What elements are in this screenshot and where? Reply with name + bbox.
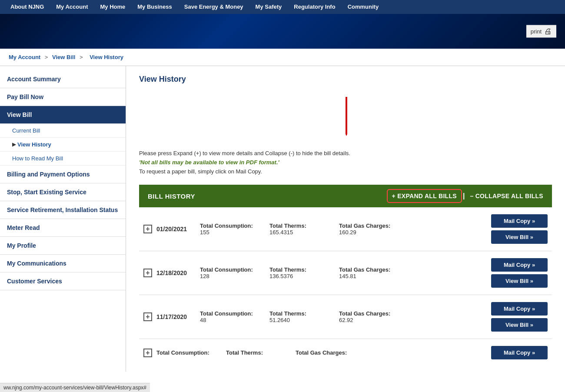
bill-data-3: Total Consumption: Total Therms: Total G… xyxy=(156,349,487,356)
bill-history-separator: | xyxy=(463,192,465,200)
sidebar-item-customer-services[interactable]: Customer Services xyxy=(0,272,126,290)
sidebar-item-pay-bill-now[interactable]: Pay Bill Now xyxy=(0,88,126,106)
expand-icon-1[interactable]: + xyxy=(143,269,152,277)
bill-data-0: Total Consumption: 155 Total Therms: 165… xyxy=(200,223,487,236)
expand-icon-2[interactable]: + xyxy=(143,312,152,321)
mail-copy-button-3[interactable]: Mail Copy » xyxy=(491,346,548,359)
consumption-label-2: Total Consumption: xyxy=(200,310,256,317)
nav-about-njng[interactable]: About NJNG xyxy=(4,0,50,14)
instructions: Please press Expand (+) to view more det… xyxy=(139,149,552,176)
sidebar-sub-how-to-read[interactable]: How to Read My Bill xyxy=(0,152,126,166)
sidebar-item-service-retirement[interactable]: Service Retirement, Installation Status xyxy=(0,201,126,219)
view-bill-button-2[interactable]: View Bill » xyxy=(491,318,548,332)
therms-value-0: 165.4315 xyxy=(269,229,326,236)
expand-icon-0[interactable]: + xyxy=(143,225,152,233)
sidebar-sub-view-history-label: View History xyxy=(17,141,51,148)
top-navigation: About NJNG My Account My Home My Busines… xyxy=(0,0,565,14)
bill-field-charges-0: Total Gas Charges: 160.29 xyxy=(339,223,396,236)
bill-history-title: BILL HISTORY xyxy=(139,193,387,200)
main-layout: Account Summary Pay Bill Now View Bill C… xyxy=(0,66,565,372)
charges-value-2: 62.92 xyxy=(339,317,396,323)
bill-field-consumption-1: Total Consumption: 128 xyxy=(200,266,256,279)
mail-copy-button-2[interactable]: Mail Copy » xyxy=(491,302,548,316)
nav-my-business[interactable]: My Business xyxy=(131,0,178,14)
instructions-line2: 'Not all bills may be available to view … xyxy=(139,158,552,167)
bill-actions-2: Mail Copy » View Bill » xyxy=(491,302,548,332)
therms-value-2: 51.2640 xyxy=(269,317,326,323)
consumption-label-0: Total Consumption: xyxy=(200,223,256,229)
banner: print 🖨 xyxy=(0,14,565,49)
bill-field-therms-2: Total Therms: 51.2640 xyxy=(269,310,326,323)
sidebar: Account Summary Pay Bill Now View Bill C… xyxy=(0,66,126,372)
bill-field-consumption-2: Total Consumption: 48 xyxy=(200,310,256,323)
expand-all-button[interactable]: + EXPAND ALL BILLS xyxy=(387,189,462,203)
red-arrow-line xyxy=(346,97,347,136)
breadcrumb-sep1: > xyxy=(45,54,48,60)
therms-label-3: Total Therms: xyxy=(226,349,282,356)
nav-regulatory-info[interactable]: Regulatory Info xyxy=(288,0,341,14)
sidebar-sub-current-bill[interactable]: Current Bill xyxy=(0,124,126,138)
breadcrumb-viewbill[interactable]: View Bill xyxy=(52,54,75,60)
charges-value-1: 145.81 xyxy=(339,273,396,279)
bill-field-charges-3: Total Gas Charges: xyxy=(296,349,352,356)
nav-my-account[interactable]: My Account xyxy=(50,0,94,14)
bill-actions-0: Mail Copy » View Bill » xyxy=(491,214,548,244)
sidebar-sub-view-history[interactable]: ▶ View History xyxy=(0,138,126,152)
instructions-line3: To request a paper bill, simply click on… xyxy=(139,167,552,176)
therms-value-1: 136.5376 xyxy=(269,273,326,279)
print-button[interactable]: print 🖨 xyxy=(526,25,556,38)
bill-row: + 12/18/2020 Total Consumption: 128 Tota… xyxy=(139,251,552,295)
sidebar-item-stop-start[interactable]: Stop, Start Existing Service xyxy=(0,183,126,201)
bill-data-1: Total Consumption: 128 Total Therms: 136… xyxy=(200,266,487,279)
charges-value-0: 160.29 xyxy=(339,229,396,236)
charges-label-0: Total Gas Charges: xyxy=(339,223,396,229)
sidebar-item-my-communications[interactable]: My Communications xyxy=(0,255,126,272)
bill-actions-3: Mail Copy » xyxy=(491,346,548,359)
arrow-icon: ▶ xyxy=(12,142,16,147)
sidebar-item-view-bill[interactable]: View Bill xyxy=(0,106,126,124)
breadcrumb-current: View History xyxy=(90,54,123,60)
bill-date-2: 11/17/2020 xyxy=(156,313,196,320)
bill-field-charges-1: Total Gas Charges: 145.81 xyxy=(339,266,396,279)
nav-save-energy[interactable]: Save Energy & Money xyxy=(178,0,249,14)
consumption-value-1: 128 xyxy=(200,273,256,279)
bill-row: + 01/20/2021 Total Consumption: 155 Tota… xyxy=(139,207,552,251)
bill-row: + 11/17/2020 Total Consumption: 48 Total… xyxy=(139,295,552,339)
bill-field-therms-3: Total Therms: xyxy=(226,349,282,356)
sidebar-item-account-summary[interactable]: Account Summary xyxy=(0,70,126,88)
mail-copy-button-1[interactable]: Mail Copy » xyxy=(491,258,548,272)
nav-my-home[interactable]: My Home xyxy=(94,0,131,14)
therms-label-2: Total Therms: xyxy=(269,310,326,317)
bill-actions-1: Mail Copy » View Bill » xyxy=(491,258,548,288)
bill-history-header: BILL HISTORY + EXPAND ALL BILLS | – COLL… xyxy=(139,185,552,207)
sidebar-item-my-profile[interactable]: My Profile xyxy=(0,237,126,255)
print-label: print xyxy=(531,28,542,35)
consumption-value-2: 48 xyxy=(200,317,256,323)
bill-field-consumption-0: Total Consumption: 155 xyxy=(200,223,256,236)
nav-my-safety[interactable]: My Safety xyxy=(249,0,288,14)
nav-community[interactable]: Community xyxy=(342,0,385,14)
expand-icon-3[interactable]: + xyxy=(143,349,152,357)
view-bill-button-1[interactable]: View Bill » xyxy=(491,274,548,288)
bill-date-1: 12/18/2020 xyxy=(156,269,196,276)
consumption-value-0: 155 xyxy=(200,229,256,236)
mail-copy-button-0[interactable]: Mail Copy » xyxy=(491,214,548,228)
charges-label-1: Total Gas Charges: xyxy=(339,266,396,273)
bill-history-actions: + EXPAND ALL BILLS | – COLLAPSE ALL BILL… xyxy=(387,189,552,203)
sidebar-item-billing-payment[interactable]: Billing and Payment Options xyxy=(0,166,126,183)
breadcrumb-sep2: > xyxy=(80,54,83,60)
bill-data-2: Total Consumption: 48 Total Therms: 51.2… xyxy=(200,310,487,323)
breadcrumb-account[interactable]: My Account xyxy=(9,54,40,60)
sidebar-item-meter-read[interactable]: Meter Read xyxy=(0,219,126,237)
svg-marker-1 xyxy=(346,128,347,136)
bill-field-consumption-3: Total Consumption: xyxy=(156,349,213,356)
bill-row-partial: + Total Consumption: Total Therms: Total… xyxy=(139,339,552,363)
view-bill-button-0[interactable]: View Bill » xyxy=(491,230,548,244)
bill-field-therms-1: Total Therms: 136.5376 xyxy=(269,266,326,279)
charges-label-2: Total Gas Charges: xyxy=(339,310,396,317)
bill-date-0: 01/20/2021 xyxy=(156,226,196,233)
print-icon: 🖨 xyxy=(544,27,552,36)
bill-field-charges-2: Total Gas Charges: 62.92 xyxy=(339,310,396,323)
consumption-label-1: Total Consumption: xyxy=(200,266,256,273)
collapse-all-button[interactable]: – COLLAPSE ALL BILLS xyxy=(465,190,548,202)
